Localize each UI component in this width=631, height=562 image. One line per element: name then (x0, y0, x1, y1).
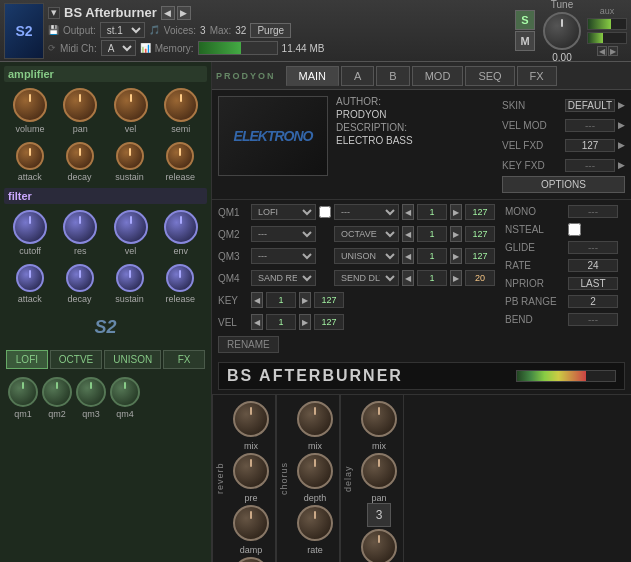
qm1-dropdown[interactable]: LOFI (251, 204, 316, 220)
amp-sustain-knob[interactable] (116, 142, 144, 170)
delay-section: delay mix pan 3 feed (340, 395, 404, 562)
qm1-left-btn[interactable]: ◀ (402, 204, 414, 220)
meter-fill (517, 371, 586, 381)
filter-sustain-knob[interactable] (116, 264, 144, 292)
main-content: amplifier volume pan vel semi attack (0, 62, 631, 562)
fx-button[interactable]: FX (163, 350, 205, 369)
delay-feed-knob[interactable] (361, 529, 397, 562)
m-button[interactable]: M (515, 31, 535, 51)
qm2-knob[interactable] (42, 377, 72, 407)
vel-fxd-arrow[interactable]: ▶ (618, 140, 625, 150)
rename-button[interactable]: RENAME (218, 336, 279, 353)
key-fxd-arrow[interactable]: ▶ (618, 160, 625, 170)
semi-knob[interactable] (164, 88, 198, 122)
qm4-left-btn[interactable]: ◀ (402, 270, 414, 286)
filter-attack-knob[interactable] (16, 264, 44, 292)
nav-next-button[interactable]: ▶ (177, 6, 191, 20)
qm2-right-btn[interactable]: ▶ (450, 226, 462, 242)
tune-knob[interactable] (543, 12, 581, 50)
name-bar-text: BS AFTERBURNER (227, 367, 403, 385)
qm2-val2[interactable]: OCTAVE (334, 226, 399, 242)
tab-main[interactable]: MAIN (286, 66, 340, 86)
chorus-rate-knob[interactable] (297, 505, 333, 541)
reverb-size-knob[interactable] (233, 557, 269, 562)
tab-a[interactable]: A (341, 66, 374, 86)
volume-knob-item: volume (13, 88, 47, 134)
tab-fx[interactable]: FX (517, 66, 557, 86)
chorus-section: chorus mix depth rate (276, 395, 340, 562)
filter-release-knob[interactable] (166, 264, 194, 292)
tab-seq[interactable]: SEQ (465, 66, 514, 86)
env-knob[interactable] (164, 210, 198, 244)
qm1-checkbox[interactable] (319, 206, 331, 218)
qm1-right-btn[interactable]: ▶ (450, 204, 462, 220)
lofi-button[interactable]: LOFI (6, 350, 48, 369)
qm1-val2[interactable]: --- (334, 204, 399, 220)
qm3-knob[interactable] (76, 377, 106, 407)
res-knob[interactable] (63, 210, 97, 244)
reverb-pre-knob[interactable] (233, 453, 269, 489)
chorus-depth-label: depth (304, 493, 327, 503)
qm4-param-label: QM4 (218, 273, 248, 284)
qm4-right-btn[interactable]: ▶ (450, 270, 462, 286)
s-button[interactable]: S (515, 10, 535, 30)
dropdown-arrow[interactable]: ▾ (48, 7, 60, 19)
qm1-knob[interactable] (8, 377, 38, 407)
rate-row: RATE 24 (505, 256, 627, 274)
midi-select[interactable]: A 1 (101, 40, 136, 56)
amp-decay-knob[interactable] (66, 142, 94, 170)
qm3-right-btn[interactable]: ▶ (450, 248, 462, 264)
vel-knob[interactable] (114, 88, 148, 122)
amplifier-knobs-bottom: attack decay sustain release (4, 140, 207, 184)
delay-mix-knob[interactable] (361, 401, 397, 437)
skin-label: SKIN (502, 100, 562, 111)
aux-meter2 (587, 32, 627, 44)
qm2-dropdown[interactable]: --- (251, 226, 316, 242)
tab-mod[interactable]: MOD (412, 66, 464, 86)
options-button[interactable]: OPTIONS (502, 176, 625, 193)
filter-label: filter (4, 188, 207, 204)
qm2-left-btn[interactable]: ◀ (402, 226, 414, 242)
purge-button[interactable]: Purge (250, 23, 291, 38)
qm1-label: qm1 (14, 409, 32, 419)
tab-b[interactable]: B (376, 66, 409, 86)
qm3-val2[interactable]: UNISON (334, 248, 399, 264)
midi-label: Midi Ch: (60, 43, 97, 54)
vel-mod-arrow[interactable]: ▶ (618, 120, 625, 130)
nsteal-checkbox[interactable] (568, 223, 581, 236)
reverb-damp-knob[interactable] (233, 505, 269, 541)
amp-attack-knob[interactable] (16, 142, 44, 170)
skin-arrow[interactable]: ▶ (618, 100, 625, 110)
voices-value: 3 (200, 25, 206, 36)
qm3-dropdown[interactable]: --- (251, 248, 316, 264)
vel-left-btn[interactable]: ◀ (251, 314, 263, 330)
aux-left-button[interactable]: ◀ (597, 46, 607, 56)
amp-release-knob[interactable] (166, 142, 194, 170)
memory-icon: 📊 (140, 43, 151, 53)
glide-value: --- (568, 241, 618, 254)
aux-right-button[interactable]: ▶ (608, 46, 618, 56)
key-left-btn[interactable]: ◀ (251, 292, 263, 308)
qm3-left-btn[interactable]: ◀ (402, 248, 414, 264)
filter-decay-knob[interactable] (66, 264, 94, 292)
cutoff-knob[interactable] (13, 210, 47, 244)
delay-pan-label: pan (371, 493, 386, 503)
chorus-depth-knob[interactable] (297, 453, 333, 489)
nav-prev-button[interactable]: ◀ (161, 6, 175, 20)
volume-knob[interactable] (13, 88, 47, 122)
output-select[interactable]: st.1 (100, 22, 145, 38)
octve-button[interactable]: OCTVE (50, 350, 102, 369)
qm4-knob[interactable] (110, 377, 140, 407)
chorus-mix-knob[interactable] (297, 401, 333, 437)
key-right-btn[interactable]: ▶ (299, 292, 311, 308)
unison-button[interactable]: UNISON (104, 350, 161, 369)
qm4-val2[interactable]: SEND DLY (334, 270, 399, 286)
delay-pan-knob[interactable] (361, 453, 397, 489)
filter-vel-knob[interactable] (114, 210, 148, 244)
vel-right-btn[interactable]: ▶ (299, 314, 311, 330)
key-fxd-row: KEY FXD --- ▶ (502, 156, 625, 174)
qm4-dropdown[interactable]: SAND REV (251, 270, 316, 286)
pan-knob[interactable] (63, 88, 97, 122)
reverb-label: reverb (212, 395, 227, 562)
reverb-mix-knob[interactable] (233, 401, 269, 437)
